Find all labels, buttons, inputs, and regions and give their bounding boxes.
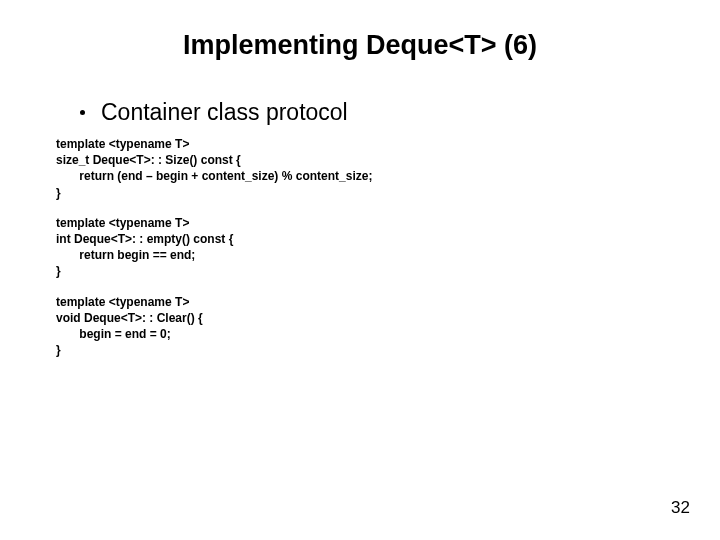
code-block-size: template <typename T> size_t Deque<T>: :… [56,136,664,201]
code-line: } [56,342,664,358]
code-line: void Deque<T>: : Clear() { [56,310,664,326]
code-block-empty: template <typename T> int Deque<T>: : em… [56,215,664,280]
code-line: begin = end = 0; [56,326,664,342]
code-line: } [56,185,664,201]
code-line: size_t Deque<T>: : Size() const { [56,152,664,168]
code-line: } [56,263,664,279]
code-line: return (end – begin + content_size) % co… [56,168,664,184]
code-line: int Deque<T>: : empty() const { [56,231,664,247]
slide: Implementing Deque<T> (6) Container clas… [0,0,720,540]
code-line: template <typename T> [56,215,664,231]
code-block-clear: template <typename T> void Deque<T>: : C… [56,294,664,359]
page-number: 32 [671,498,690,518]
bullet-dot-icon [80,110,85,115]
code-line: template <typename T> [56,136,664,152]
bullet-text: Container class protocol [101,99,348,126]
code-line: return begin == end; [56,247,664,263]
code-line: template <typename T> [56,294,664,310]
slide-title: Implementing Deque<T> (6) [56,30,664,61]
bullet-item: Container class protocol [80,99,664,126]
